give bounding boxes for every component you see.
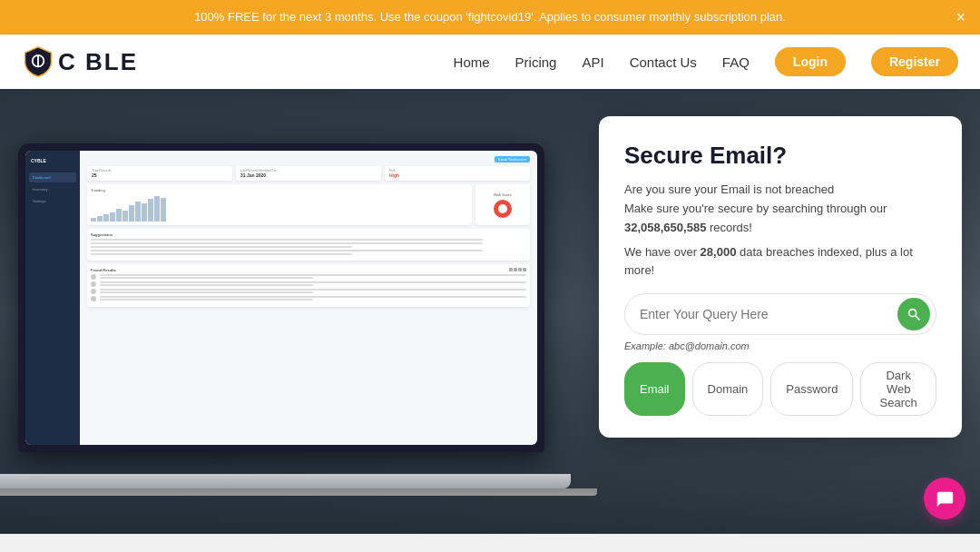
results-box: Found Results <box>87 264 530 307</box>
card-record-count: 32,058,650,585 <box>624 221 706 234</box>
hero-section: CYBLE Dashboard Inventory Settings Email… <box>0 89 980 534</box>
svg-line-3 <box>916 316 919 320</box>
result-line-3b <box>100 291 313 293</box>
result-line-2b <box>100 284 313 286</box>
filter-password[interactable]: Password <box>770 362 853 416</box>
nav-api[interactable]: API <box>582 54 603 70</box>
nav-faq[interactable]: FAQ <box>722 54 750 70</box>
banner-close-button[interactable]: × <box>956 8 965 27</box>
chat-icon <box>935 488 955 508</box>
app-sidebar-settings: Settings <box>29 196 76 206</box>
sugg-line-4 <box>91 250 483 251</box>
sugg-line-5 <box>91 253 352 255</box>
results-header: Found Results <box>91 268 526 272</box>
promo-banner: 100% FREE for the next 3 months. Use the… <box>0 0 980 34</box>
filter-domain[interactable]: Domain <box>692 362 764 416</box>
filter-tabs: Email Domain Password Dark Web Search <box>624 362 936 416</box>
suggestions-title: Suggestions <box>91 232 526 237</box>
chat-bubble-button[interactable] <box>924 478 965 519</box>
logo[interactable]: C BLE <box>22 45 138 78</box>
app-sidebar-inventory: Inventory <box>29 184 76 194</box>
result-row-1 <box>91 274 526 280</box>
result-line-1b <box>100 277 313 279</box>
bar-8 <box>135 202 141 222</box>
filter-email[interactable]: Email <box>624 362 685 416</box>
risk-score-box: Risk Score <box>475 184 530 225</box>
register-button[interactable]: Register <box>871 47 958 76</box>
result-text-4 <box>100 296 526 301</box>
search-bar <box>624 293 936 335</box>
search-button[interactable] <box>897 298 930 330</box>
laptop-outer: CYBLE Dashboard Inventory Settings Email… <box>18 143 544 488</box>
navbar: C BLE Home Pricing API Contact Us FAQ Lo… <box>0 34 980 89</box>
result-avatar-1 <box>91 274 96 280</box>
search-icon <box>906 307 921 321</box>
nav-pricing[interactable]: Pricing <box>515 54 557 70</box>
trend-label: Trending <box>91 188 468 192</box>
nav-contact[interactable]: Contact Us <box>630 54 697 70</box>
result-line-3a <box>100 289 526 291</box>
results-title: Found Results <box>91 268 116 272</box>
app-main-content: Email Notification Total Records 25 Last… <box>80 151 537 445</box>
chart-bars <box>91 196 468 222</box>
result-line-1a <box>100 274 526 276</box>
bar-3 <box>103 214 109 222</box>
risk-score-circle <box>494 200 512 218</box>
bar-9 <box>142 203 147 222</box>
sugg-line-3 <box>91 246 352 248</box>
bar-11 <box>154 196 160 222</box>
logo-shield-icon <box>22 45 54 78</box>
stat-last-record: Last Record Identified On 31 Jan 2020 <box>236 166 381 181</box>
filter-darkweb[interactable]: Dark Web Search <box>860 362 936 416</box>
stat-total-records-value: 25 <box>92 172 228 178</box>
stat-last-record-value: 31 Jan 2020 <box>240 172 377 178</box>
results-icon-3 <box>518 268 522 271</box>
laptop-base <box>0 474 571 488</box>
card-desc-2: We have over 28,000 data breaches indexe… <box>624 243 936 281</box>
results-icon-2 <box>514 268 517 271</box>
stat-risk-value: High <box>389 172 525 178</box>
app-toggle: Email Notification <box>495 156 530 163</box>
laptop-bottom <box>0 488 597 496</box>
example-value: abc@domain.com <box>669 340 750 351</box>
bar-2 <box>97 216 103 222</box>
stat-risk: Risk High <box>385 166 530 181</box>
nav-links: Home Pricing API Contact Us FAQ Login Re… <box>454 47 958 76</box>
result-text-2 <box>100 281 526 287</box>
app-screen: CYBLE Dashboard Inventory Settings Email… <box>25 151 537 445</box>
laptop-screen: CYBLE Dashboard Inventory Settings Email… <box>25 151 537 445</box>
card-breach-count: 28,000 <box>701 245 737 259</box>
result-avatar-4 <box>91 296 96 301</box>
results-icon-1 <box>509 268 513 271</box>
search-input[interactable] <box>640 307 897 321</box>
result-row-2 <box>91 281 526 287</box>
result-avatar-3 <box>91 289 96 294</box>
result-text-1 <box>100 274 526 280</box>
suggestions-box: Suggestions <box>87 229 530 261</box>
result-row-4 <box>91 296 526 301</box>
logo-text: C BLE <box>58 48 138 76</box>
card-desc-1: Are you sure your Email is not breached … <box>624 181 936 237</box>
result-line-4a <box>100 296 526 298</box>
banner-text: 100% FREE for the next 3 months. Use the… <box>194 10 786 24</box>
card-title: Secure Email? <box>624 142 936 170</box>
risk-score-label: Risk Score <box>494 192 511 197</box>
laptop-bezel: CYBLE Dashboard Inventory Settings Email… <box>18 143 544 452</box>
bar-5 <box>116 209 122 222</box>
example-text: Example: abc@domain.com <box>624 340 936 351</box>
stat-total-records: Total Records 25 <box>87 166 232 181</box>
nav-home[interactable]: Home <box>454 54 490 70</box>
results-icon-4 <box>523 268 526 271</box>
stats-row: Total Records 25 Last Record Identified … <box>87 166 530 181</box>
result-avatar-2 <box>91 281 96 287</box>
sugg-line-2 <box>91 242 483 244</box>
result-line-4b <box>100 299 313 301</box>
result-text-3 <box>100 289 526 294</box>
results-icons <box>509 268 526 272</box>
app-sidebar: CYBLE Dashboard Inventory Settings <box>25 151 80 445</box>
bar-7 <box>129 205 134 222</box>
trend-box: Trending <box>87 184 472 225</box>
sugg-line-1 <box>91 239 483 241</box>
login-button[interactable]: Login <box>775 47 846 76</box>
app-sidebar-dashboard: Dashboard <box>29 172 76 182</box>
